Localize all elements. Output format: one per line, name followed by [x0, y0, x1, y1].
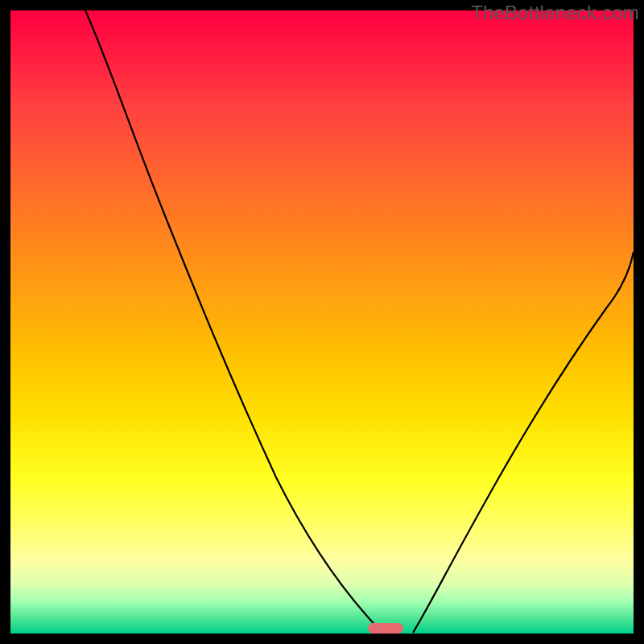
chart-area — [10, 10, 634, 634]
minimum-marker — [368, 623, 403, 634]
watermark-text: TheBottleneck.com — [471, 2, 639, 24]
